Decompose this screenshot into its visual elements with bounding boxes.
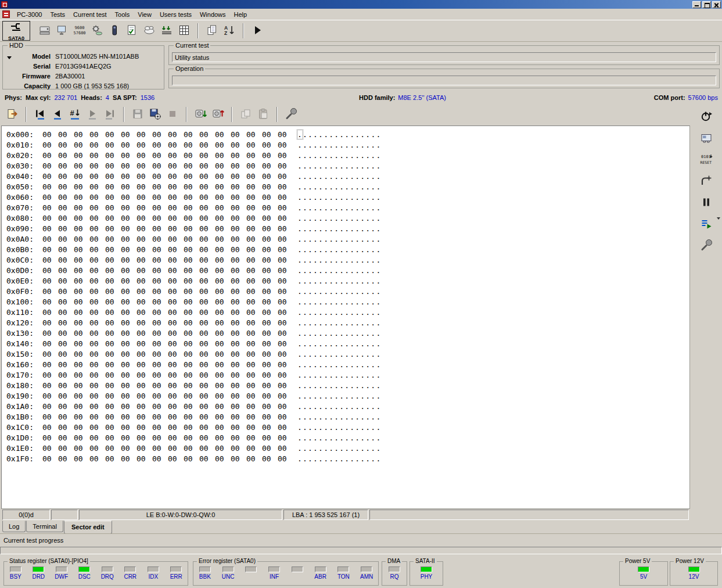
- hex-byte-cell[interactable]: 00: [152, 339, 168, 349]
- hex-byte-cell[interactable]: 00: [184, 245, 199, 255]
- hex-byte-cell[interactable]: 00: [262, 140, 278, 150]
- hex-byte-cell[interactable]: 00: [105, 349, 121, 360]
- hex-byte-cell[interactable]: 00: [89, 182, 105, 192]
- hex-dump-area[interactable]: 0x000:00000000000000000000000000000000..…: [1, 126, 690, 509]
- hex-byte-cell[interactable]: 00: [42, 318, 58, 328]
- sort-params-button[interactable]: AZ: [221, 22, 238, 40]
- hex-byte-cell[interactable]: 00: [199, 276, 215, 286]
- hex-byte-cell[interactable]: 00: [42, 140, 58, 150]
- hex-byte-cell[interactable]: 00: [215, 401, 231, 412]
- hex-byte-cell[interactable]: 00: [215, 360, 231, 370]
- hex-byte-cell[interactable]: 00: [278, 266, 293, 276]
- hex-ascii[interactable]: ................: [297, 192, 381, 203]
- utility-database-button[interactable]: [88, 22, 106, 40]
- hex-byte-cell[interactable]: 00: [231, 318, 246, 328]
- hex-byte-cell[interactable]: 00: [89, 171, 105, 182]
- hex-byte-cell[interactable]: 00: [42, 213, 58, 224]
- hex-byte-cell[interactable]: 00: [137, 224, 152, 234]
- hex-byte-cell[interactable]: 00: [262, 412, 278, 422]
- hex-ascii[interactable]: ................: [297, 391, 381, 401]
- menu-item-tools[interactable]: Tools: [111, 10, 134, 19]
- hex-byte-cell[interactable]: 00: [199, 381, 215, 391]
- hex-byte-cell[interactable]: 00: [231, 203, 246, 213]
- hex-byte-cell[interactable]: 00: [215, 140, 231, 150]
- hex-byte-cell[interactable]: 00: [121, 224, 137, 234]
- hex-byte-cell[interactable]: 00: [58, 276, 74, 286]
- hex-byte-cell[interactable]: 00: [121, 297, 137, 307]
- hex-byte-cell[interactable]: 00: [231, 276, 246, 286]
- copy-report-button[interactable]: [203, 22, 221, 40]
- hex-byte-cell[interactable]: 00: [262, 245, 278, 255]
- hex-byte-cell[interactable]: 00: [89, 433, 105, 443]
- hex-byte-cell[interactable]: 00: [246, 412, 262, 422]
- hex-byte-cell[interactable]: 00: [74, 224, 89, 234]
- hex-byte-cell[interactable]: 00: [89, 339, 105, 349]
- hex-byte-cell[interactable]: 00: [58, 391, 74, 401]
- hex-byte-cell[interactable]: 00: [74, 150, 89, 161]
- hex-byte-cell[interactable]: 00: [74, 245, 89, 255]
- hex-byte-cell[interactable]: 00: [58, 266, 74, 276]
- hex-byte-cell[interactable]: 00: [42, 161, 58, 171]
- hex-byte-cell[interactable]: 00: [74, 391, 89, 401]
- hex-byte-cell[interactable]: 00: [58, 454, 74, 464]
- hex-byte-cell[interactable]: 00: [231, 192, 246, 203]
- hex-byte-cell[interactable]: 00: [168, 370, 184, 381]
- hex-byte-cell[interactable]: 00: [215, 443, 231, 454]
- hex-byte-cell[interactable]: 00: [184, 381, 199, 391]
- hex-byte-cell[interactable]: 00: [246, 255, 262, 266]
- hex-byte-cell[interactable]: 00: [215, 454, 231, 464]
- hex-byte-cell[interactable]: 00: [246, 171, 262, 182]
- hex-byte-cell[interactable]: 00: [58, 422, 74, 433]
- hex-byte-cell[interactable]: 00: [199, 140, 215, 150]
- sata0-port-button[interactable]: SATA0: [2, 21, 30, 41]
- hex-byte-cell[interactable]: 00: [168, 401, 184, 412]
- hex-byte-cell[interactable]: 00: [89, 286, 105, 297]
- hex-byte-cell[interactable]: 00: [58, 140, 74, 150]
- hex-byte-cell[interactable]: 00: [105, 401, 121, 412]
- hex-byte-cell[interactable]: 00: [262, 276, 278, 286]
- hex-byte-cell[interactable]: 00: [121, 401, 137, 412]
- hex-byte-cell[interactable]: 00: [42, 339, 58, 349]
- hex-byte-cell[interactable]: 00: [105, 286, 121, 297]
- hex-byte-cell[interactable]: 00: [152, 433, 168, 443]
- hex-byte-cell[interactable]: 00: [215, 286, 231, 297]
- hex-byte-cell[interactable]: 00: [89, 318, 105, 328]
- hex-byte-cell[interactable]: 00: [105, 443, 121, 454]
- hex-byte-cell[interactable]: 00: [74, 266, 89, 276]
- hex-byte-cell[interactable]: 00: [74, 443, 89, 454]
- hex-byte-cell[interactable]: 00: [152, 443, 168, 454]
- hex-byte-cell[interactable]: 00: [105, 433, 121, 443]
- hex-byte-cell[interactable]: 00: [152, 307, 168, 318]
- hex-byte-cell[interactable]: 00: [278, 307, 293, 318]
- hex-byte-cell[interactable]: 00: [168, 171, 184, 182]
- menu-item-windows[interactable]: Windows: [196, 10, 230, 19]
- hex-byte-cell[interactable]: 00: [246, 150, 262, 161]
- hex-ascii[interactable]: ................: [297, 224, 381, 234]
- hex-byte-cell[interactable]: 00: [89, 412, 105, 422]
- hex-byte-cell[interactable]: 00: [199, 234, 215, 245]
- hex-byte-cell[interactable]: 00: [168, 422, 184, 433]
- hex-byte-cell[interactable]: 00: [168, 339, 184, 349]
- hex-byte-cell[interactable]: 00: [137, 266, 152, 276]
- hex-byte-cell[interactable]: 00: [231, 234, 246, 245]
- hex-byte-cell[interactable]: 00: [137, 234, 152, 245]
- hex-byte-cell[interactable]: 00: [184, 276, 199, 286]
- tab-terminal[interactable]: Terminal: [26, 521, 63, 532]
- hex-byte-cell[interactable]: 00: [42, 433, 58, 443]
- hex-byte-cell[interactable]: 00: [231, 161, 246, 171]
- hex-ascii[interactable]: ................: [297, 360, 381, 370]
- hex-byte-cell[interactable]: 00: [42, 307, 58, 318]
- hex-byte-cell[interactable]: 00: [262, 203, 278, 213]
- hex-byte-cell[interactable]: 00: [262, 255, 278, 266]
- hex-ascii[interactable]: ................: [297, 443, 381, 454]
- hex-ascii[interactable]: ................: [297, 140, 381, 150]
- hex-byte-cell[interactable]: 00: [58, 234, 74, 245]
- hex-byte-cell[interactable]: 00: [246, 182, 262, 192]
- adapter-card-button[interactable]: [698, 130, 715, 147]
- hex-byte-cell[interactable]: 00: [231, 213, 246, 224]
- hex-byte-cell[interactable]: 00: [105, 255, 121, 266]
- hex-byte-cell[interactable]: 00: [42, 349, 58, 360]
- hex-byte-cell[interactable]: 00: [105, 381, 121, 391]
- hex-byte-cell[interactable]: 00: [89, 245, 105, 255]
- hex-byte-cell[interactable]: 00: [74, 182, 89, 192]
